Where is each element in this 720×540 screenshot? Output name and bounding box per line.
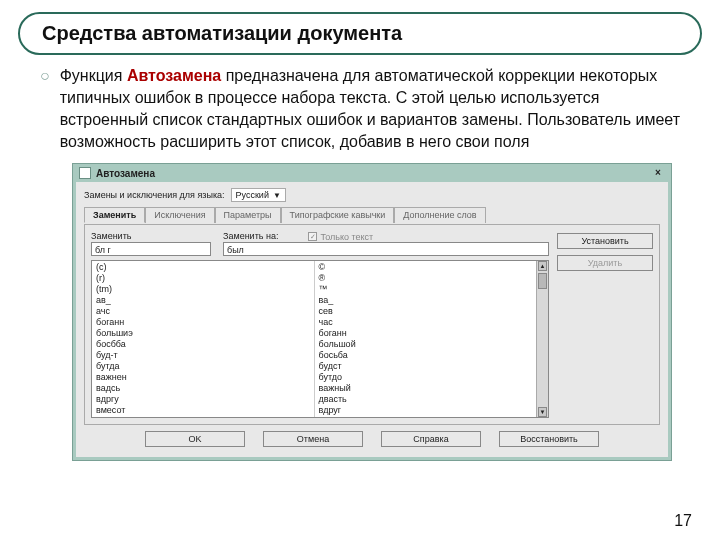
list-item[interactable]: (r) (92, 273, 314, 284)
list-item[interactable]: (c) (92, 262, 314, 273)
scroll-up-icon[interactable]: ▲ (538, 261, 547, 271)
list-item[interactable]: вмесот (92, 405, 314, 416)
dialog-screenshot: Автозамена × Замены и исключения для язы… (72, 163, 672, 461)
language-value: Русский (236, 190, 269, 200)
list-item[interactable]: двасть (315, 394, 537, 405)
list-item[interactable]: час (315, 317, 537, 328)
delete-button[interactable]: Удалить (557, 255, 653, 271)
bottom-buttons: OK Отмена Справка Восстановить (84, 425, 660, 449)
language-row: Замены и исключения для языка: Русский ▼ (84, 188, 660, 202)
dialog-title: Автозамена (96, 168, 155, 179)
list-item[interactable]: ав_ (92, 295, 314, 306)
with-input[interactable]: был (223, 242, 549, 256)
list-item[interactable]: важный (315, 383, 537, 394)
language-select[interactable]: Русский ▼ (231, 188, 286, 202)
scroll-down-icon[interactable]: ▼ (538, 407, 547, 417)
bullet-item: ○ Функция Автозамена предназначена для а… (40, 65, 692, 153)
dialog-titlebar: Автозамена × (73, 164, 671, 182)
replacement-listbox[interactable]: (c)(r)(tm)ав_ачсбоганнбольшиэбосббабуд-т… (91, 260, 549, 418)
list-item[interactable]: взгл д (92, 416, 314, 417)
only-text-checkbox[interactable]: ✓ (308, 232, 317, 241)
language-label: Замены и исключения для языка: (84, 190, 225, 200)
list-col-pattern: (c)(r)(tm)ав_ачсбоганнбольшиэбосббабуд-т… (92, 261, 314, 417)
chevron-down-icon: ▼ (273, 191, 281, 200)
close-icon[interactable]: × (651, 167, 665, 179)
dialog: Автозамена × Замены и исключения для язы… (72, 163, 672, 461)
list-item[interactable]: бутда (92, 361, 314, 372)
reset-button[interactable]: Восстановить (499, 431, 599, 447)
list-item[interactable]: боганн (92, 317, 314, 328)
side-buttons: Установить Удалить (557, 231, 653, 418)
bullet-dot: ○ (40, 65, 50, 153)
tab-exceptions[interactable]: Исключения (145, 207, 214, 223)
list-item[interactable]: вадсь (92, 383, 314, 394)
slide-title-bar: Средства автоматизации документа (18, 12, 702, 55)
bullet-text: Функция Автозамена предназначена для авт… (60, 65, 692, 153)
list-item[interactable]: босьба (315, 350, 537, 361)
tab-options[interactable]: Параметры (215, 207, 281, 223)
list-item[interactable]: (tm) (92, 284, 314, 295)
dialog-body: Замены и исключения для языка: Русский ▼… (76, 182, 668, 457)
list-item[interactable]: важнен (92, 372, 314, 383)
scrollbar[interactable]: ▲ ▼ (536, 261, 548, 417)
list-item[interactable]: вдргу (92, 394, 314, 405)
list-item[interactable]: боганн (315, 328, 537, 339)
list-item[interactable]: ® (315, 273, 537, 284)
dialog-app-icon (79, 167, 91, 179)
fields-row: Заменить бл г Заменить на: ✓ Только текс… (91, 231, 549, 256)
list-item[interactable]: буд-т (92, 350, 314, 361)
ok-button[interactable]: OK (145, 431, 245, 447)
page-number: 17 (674, 512, 692, 530)
list-item[interactable]: босбба (92, 339, 314, 350)
list-item[interactable]: © (315, 262, 537, 273)
tab-pane-replace: Заменить бл г Заменить на: ✓ Только текс… (84, 224, 660, 425)
slide-title: Средства автоматизации документа (42, 22, 678, 45)
tab-replace[interactable]: Заменить (84, 207, 145, 223)
list-item[interactable]: ачс (92, 306, 314, 317)
with-label: Заменить на: (223, 231, 278, 241)
list-item[interactable]: ™ (315, 284, 537, 295)
replace-input[interactable]: бл г (91, 242, 211, 256)
bullet-accent: Автозамена (127, 67, 221, 84)
tab-quotes[interactable]: Типографские кавычки (281, 207, 395, 223)
cancel-button[interactable]: Отмена (263, 431, 363, 447)
replace-left-col: Заменить бл г Заменить на: ✓ Только текс… (91, 231, 549, 418)
list-item[interactable]: будст (315, 361, 537, 372)
list-item[interactable]: вдруг (315, 405, 537, 416)
list-item[interactable]: ва_ (315, 295, 537, 306)
only-text-label: Только текст (320, 232, 373, 242)
bullet-text-pre: Функция (60, 67, 127, 84)
list-item[interactable]: большой (315, 339, 537, 350)
list-item[interactable]: вместо (315, 416, 537, 417)
list-item[interactable]: большиэ (92, 328, 314, 339)
set-button[interactable]: Установить (557, 233, 653, 249)
help-button[interactable]: Справка (381, 431, 481, 447)
tabs: Заменить Исключения Параметры Типографск… (84, 206, 660, 222)
list-item[interactable]: бутдо (315, 372, 537, 383)
replace-label: Заменить (91, 231, 211, 241)
body-area: ○ Функция Автозамена предназначена для а… (0, 65, 720, 461)
tab-word-completion[interactable]: Дополнение слов (394, 207, 485, 223)
list-col-replacement: ©®™ва_севчасбоганнбольшойбосьбабудстбутд… (315, 261, 537, 417)
list-item[interactable]: сев (315, 306, 537, 317)
scroll-thumb[interactable] (538, 273, 547, 289)
